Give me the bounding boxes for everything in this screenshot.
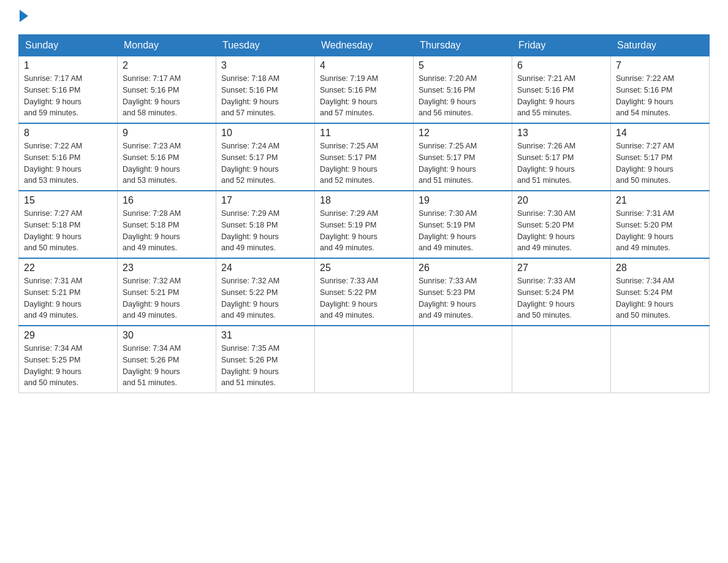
day-info: Sunrise: 7:25 AMSunset: 5:17 PMDaylight:… bbox=[419, 140, 507, 186]
day-info: Sunrise: 7:33 AMSunset: 5:22 PMDaylight:… bbox=[320, 275, 408, 321]
day-info: Sunrise: 7:34 AMSunset: 5:24 PMDaylight:… bbox=[616, 275, 704, 321]
day-number: 19 bbox=[419, 195, 507, 206]
day-number: 30 bbox=[123, 330, 211, 341]
day-cell: 24 Sunrise: 7:32 AMSunset: 5:22 PMDaylig… bbox=[216, 258, 315, 326]
day-number: 6 bbox=[517, 60, 605, 71]
day-info: Sunrise: 7:33 AMSunset: 5:23 PMDaylight:… bbox=[419, 275, 507, 321]
day-cell: 9 Sunrise: 7:23 AMSunset: 5:16 PMDayligh… bbox=[118, 123, 216, 191]
day-cell: 17 Sunrise: 7:29 AMSunset: 5:18 PMDaylig… bbox=[216, 191, 315, 258]
day-number: 13 bbox=[517, 128, 605, 139]
day-number: 27 bbox=[517, 262, 605, 274]
day-number: 26 bbox=[419, 262, 507, 274]
day-number: 10 bbox=[221, 128, 309, 139]
day-number: 21 bbox=[616, 195, 704, 206]
day-info: Sunrise: 7:23 AMSunset: 5:16 PMDaylight:… bbox=[123, 140, 211, 186]
day-cell: 5 Sunrise: 7:20 AMSunset: 5:16 PMDayligh… bbox=[414, 56, 512, 124]
week-row-5: 29 Sunrise: 7:34 AMSunset: 5:25 PMDaylig… bbox=[19, 326, 710, 393]
day-cell: 12 Sunrise: 7:25 AMSunset: 5:17 PMDaylig… bbox=[414, 123, 512, 191]
day-cell: 27 Sunrise: 7:33 AMSunset: 5:24 PMDaylig… bbox=[512, 258, 611, 326]
day-cell: 11 Sunrise: 7:25 AMSunset: 5:17 PMDaylig… bbox=[315, 123, 414, 191]
day-info: Sunrise: 7:34 AMSunset: 5:25 PMDaylight:… bbox=[24, 343, 112, 389]
day-info: Sunrise: 7:22 AMSunset: 5:16 PMDaylight:… bbox=[616, 73, 704, 119]
day-number: 15 bbox=[24, 195, 112, 206]
day-cell bbox=[414, 326, 512, 393]
day-cell: 25 Sunrise: 7:33 AMSunset: 5:22 PMDaylig… bbox=[315, 258, 414, 326]
day-cell: 8 Sunrise: 7:22 AMSunset: 5:16 PMDayligh… bbox=[19, 123, 118, 191]
day-info: Sunrise: 7:18 AMSunset: 5:16 PMDaylight:… bbox=[221, 73, 309, 119]
weekday-header-monday: Monday bbox=[118, 35, 216, 56]
day-info: Sunrise: 7:35 AMSunset: 5:26 PMDaylight:… bbox=[221, 343, 309, 389]
day-cell: 14 Sunrise: 7:27 AMSunset: 5:17 PMDaylig… bbox=[611, 123, 710, 191]
logo-arrow-icon bbox=[20, 10, 28, 22]
day-number: 7 bbox=[616, 60, 704, 71]
day-cell: 30 Sunrise: 7:34 AMSunset: 5:26 PMDaylig… bbox=[118, 326, 216, 393]
page-header bbox=[18, 12, 710, 22]
week-row-3: 15 Sunrise: 7:27 AMSunset: 5:18 PMDaylig… bbox=[19, 191, 710, 258]
day-number: 16 bbox=[123, 195, 211, 206]
day-cell: 3 Sunrise: 7:18 AMSunset: 5:16 PMDayligh… bbox=[216, 56, 315, 124]
day-number: 8 bbox=[24, 128, 112, 139]
day-info: Sunrise: 7:22 AMSunset: 5:16 PMDaylight:… bbox=[24, 140, 112, 186]
day-info: Sunrise: 7:28 AMSunset: 5:18 PMDaylight:… bbox=[123, 208, 211, 254]
logo bbox=[18, 12, 28, 22]
weekday-header-sunday: Sunday bbox=[19, 35, 118, 56]
day-cell bbox=[611, 326, 710, 393]
day-number: 4 bbox=[320, 60, 408, 71]
day-info: Sunrise: 7:17 AMSunset: 5:16 PMDaylight:… bbox=[24, 73, 112, 119]
weekday-header-tuesday: Tuesday bbox=[216, 35, 315, 56]
day-number: 5 bbox=[419, 60, 507, 71]
day-number: 18 bbox=[320, 195, 408, 206]
day-cell: 29 Sunrise: 7:34 AMSunset: 5:25 PMDaylig… bbox=[19, 326, 118, 393]
day-cell bbox=[315, 326, 414, 393]
day-cell: 13 Sunrise: 7:26 AMSunset: 5:17 PMDaylig… bbox=[512, 123, 611, 191]
day-cell: 16 Sunrise: 7:28 AMSunset: 5:18 PMDaylig… bbox=[118, 191, 216, 258]
day-number: 25 bbox=[320, 262, 408, 274]
day-cell: 18 Sunrise: 7:29 AMSunset: 5:19 PMDaylig… bbox=[315, 191, 414, 258]
day-number: 22 bbox=[24, 262, 112, 274]
day-cell: 4 Sunrise: 7:19 AMSunset: 5:16 PMDayligh… bbox=[315, 56, 414, 124]
day-cell: 21 Sunrise: 7:31 AMSunset: 5:20 PMDaylig… bbox=[611, 191, 710, 258]
week-row-2: 8 Sunrise: 7:22 AMSunset: 5:16 PMDayligh… bbox=[19, 123, 710, 191]
day-number: 17 bbox=[221, 195, 309, 206]
day-number: 2 bbox=[123, 60, 211, 71]
day-info: Sunrise: 7:32 AMSunset: 5:21 PMDaylight:… bbox=[123, 275, 211, 321]
day-info: Sunrise: 7:30 AMSunset: 5:19 PMDaylight:… bbox=[419, 208, 507, 254]
day-info: Sunrise: 7:27 AMSunset: 5:17 PMDaylight:… bbox=[616, 140, 704, 186]
day-number: 11 bbox=[320, 128, 408, 139]
day-number: 31 bbox=[221, 330, 309, 341]
day-cell: 2 Sunrise: 7:17 AMSunset: 5:16 PMDayligh… bbox=[118, 56, 216, 124]
day-cell: 6 Sunrise: 7:21 AMSunset: 5:16 PMDayligh… bbox=[512, 56, 611, 124]
weekday-header-saturday: Saturday bbox=[611, 35, 710, 56]
day-info: Sunrise: 7:30 AMSunset: 5:20 PMDaylight:… bbox=[517, 208, 605, 254]
day-info: Sunrise: 7:31 AMSunset: 5:21 PMDaylight:… bbox=[24, 275, 112, 321]
weekday-header-friday: Friday bbox=[512, 35, 611, 56]
day-cell: 1 Sunrise: 7:17 AMSunset: 5:16 PMDayligh… bbox=[19, 56, 118, 124]
day-number: 29 bbox=[24, 330, 112, 341]
day-cell: 7 Sunrise: 7:22 AMSunset: 5:16 PMDayligh… bbox=[611, 56, 710, 124]
day-info: Sunrise: 7:19 AMSunset: 5:16 PMDaylight:… bbox=[320, 73, 408, 119]
weekday-header-row: SundayMondayTuesdayWednesdayThursdayFrid… bbox=[19, 35, 710, 56]
day-info: Sunrise: 7:26 AMSunset: 5:17 PMDaylight:… bbox=[517, 140, 605, 186]
day-cell: 10 Sunrise: 7:24 AMSunset: 5:17 PMDaylig… bbox=[216, 123, 315, 191]
day-info: Sunrise: 7:29 AMSunset: 5:18 PMDaylight:… bbox=[221, 208, 309, 254]
day-info: Sunrise: 7:20 AMSunset: 5:16 PMDaylight:… bbox=[419, 73, 507, 119]
day-cell: 31 Sunrise: 7:35 AMSunset: 5:26 PMDaylig… bbox=[216, 326, 315, 393]
day-info: Sunrise: 7:17 AMSunset: 5:16 PMDaylight:… bbox=[123, 73, 211, 119]
day-cell: 28 Sunrise: 7:34 AMSunset: 5:24 PMDaylig… bbox=[611, 258, 710, 326]
day-info: Sunrise: 7:24 AMSunset: 5:17 PMDaylight:… bbox=[221, 140, 309, 186]
day-info: Sunrise: 7:31 AMSunset: 5:20 PMDaylight:… bbox=[616, 208, 704, 254]
weekday-header-thursday: Thursday bbox=[414, 35, 512, 56]
day-cell: 26 Sunrise: 7:33 AMSunset: 5:23 PMDaylig… bbox=[414, 258, 512, 326]
day-number: 1 bbox=[24, 60, 112, 71]
day-info: Sunrise: 7:25 AMSunset: 5:17 PMDaylight:… bbox=[320, 140, 408, 186]
day-info: Sunrise: 7:21 AMSunset: 5:16 PMDaylight:… bbox=[517, 73, 605, 119]
day-cell: 23 Sunrise: 7:32 AMSunset: 5:21 PMDaylig… bbox=[118, 258, 216, 326]
weekday-header-wednesday: Wednesday bbox=[315, 35, 414, 56]
day-cell bbox=[512, 326, 611, 393]
calendar-table: SundayMondayTuesdayWednesdayThursdayFrid… bbox=[18, 34, 710, 393]
day-info: Sunrise: 7:33 AMSunset: 5:24 PMDaylight:… bbox=[517, 275, 605, 321]
day-cell: 20 Sunrise: 7:30 AMSunset: 5:20 PMDaylig… bbox=[512, 191, 611, 258]
day-number: 23 bbox=[123, 262, 211, 274]
week-row-4: 22 Sunrise: 7:31 AMSunset: 5:21 PMDaylig… bbox=[19, 258, 710, 326]
day-number: 28 bbox=[616, 262, 704, 274]
